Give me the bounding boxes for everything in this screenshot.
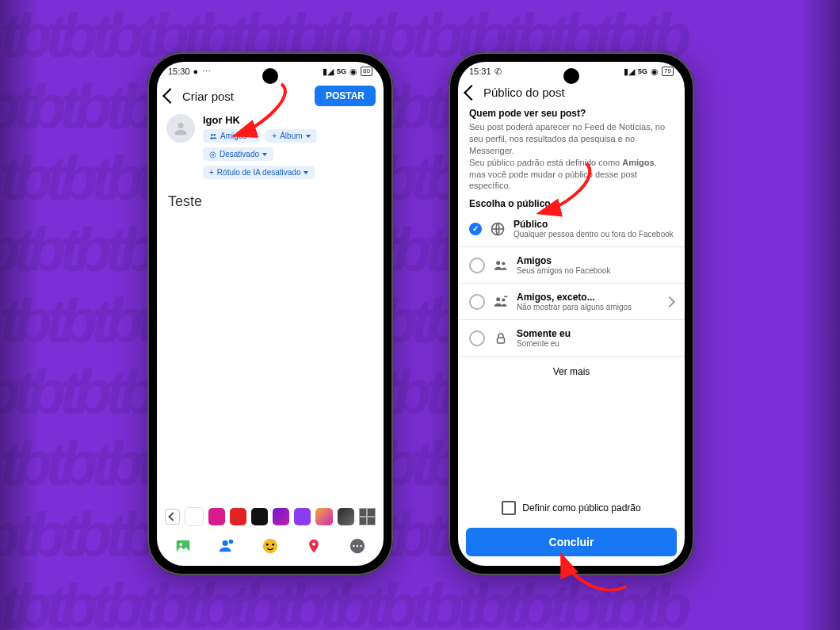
instagram-chip-label: Desativado — [220, 150, 259, 158]
color-swatch-white[interactable] — [185, 507, 203, 526]
lock-icon — [493, 330, 509, 346]
friends-except-icon — [493, 294, 509, 310]
explain-line-2: Seu público padrão está definido como Am… — [469, 157, 674, 193]
back-icon[interactable] — [162, 88, 178, 104]
collapse-picker-button[interactable] — [165, 509, 180, 525]
tag-people-icon[interactable] — [218, 537, 235, 555]
screen-left: 15:30 ● ⋯ ▮◢ 5G ◉ 80 Criar post POSTAR — [157, 62, 384, 566]
more-colors-button[interactable] — [359, 508, 376, 525]
color-swatch-magenta[interactable] — [208, 508, 225, 525]
audience-chip-label: Amigos — [220, 132, 246, 140]
wifi-icon: ◉ — [349, 67, 357, 77]
option-only-me[interactable]: Somente eu Somente eu — [458, 320, 685, 357]
screen-right: 15:31 ✆ ▮◢ 5G ◉ 79 Público do post Quem … — [458, 62, 685, 566]
friends-icon — [493, 258, 509, 273]
tutorial-screenshot: tbtbtbtbtbtbtbtbtbtbtbtbtbtbtb tbtbtbtbt… — [0, 0, 840, 630]
svg-point-19 — [502, 298, 505, 301]
battery: 79 — [662, 67, 674, 76]
status-bar: 15:30 ● ⋯ ▮◢ 5G ◉ 80 — [157, 62, 384, 81]
set-default-checkbox-row[interactable]: Definir como público padrão — [458, 493, 685, 523]
status-time: 15:31 — [469, 67, 491, 76]
radio[interactable] — [469, 258, 485, 273]
option-subtitle: Somente eu — [517, 339, 571, 348]
ai-label-chip-label: Rótulo de IA desativado — [217, 168, 301, 177]
see-more-link[interactable]: Ver mais — [458, 357, 685, 387]
post-button[interactable]: POSTAR — [315, 86, 376, 106]
option-subtitle: Seus amigos no Facebook — [517, 266, 610, 275]
chevron-down-icon — [306, 135, 311, 138]
header-title: Criar post — [182, 90, 234, 103]
choose-audience-label: Escolha o público — [458, 198, 685, 209]
network-label: 5G — [638, 67, 647, 75]
composer: Igor HK Amigos + Álbum — [157, 111, 384, 184]
checkbox-empty[interactable] — [502, 501, 516, 515]
vignette-right — [800, 0, 840, 630]
svg-point-18 — [496, 297, 500, 301]
option-title: Público — [514, 219, 674, 230]
option-friends-except[interactable]: Amigos, exceto... Não mostrar para algun… — [458, 284, 685, 320]
option-public[interactable]: Público Qualquer pessoa dentro ou fora d… — [458, 211, 685, 247]
svg-point-7 — [263, 539, 277, 553]
back-icon[interactable] — [464, 85, 479, 101]
radio[interactable] — [469, 294, 485, 310]
done-button[interactable]: Concluir — [466, 528, 677, 556]
composer-action-bar — [157, 531, 384, 566]
avatar[interactable] — [166, 114, 195, 143]
ai-label-chip[interactable]: + Rótulo de IA desativado — [203, 166, 315, 179]
svg-point-12 — [353, 545, 354, 547]
phone-right: 15:31 ✆ ▮◢ 5G ◉ 79 Público do post Quem … — [449, 52, 694, 575]
explain-line-1: Seu post poderá aparecer no Feed de Notí… — [469, 121, 674, 157]
color-swatch-dark-metal[interactable] — [338, 508, 354, 525]
instagram-toggle-chip[interactable]: ◎ Desativado — [203, 147, 273, 161]
chevron-right-icon — [664, 296, 675, 307]
svg-point-14 — [360, 545, 361, 547]
chevron-down-icon — [304, 171, 308, 174]
svg-rect-21 — [498, 338, 505, 343]
vignette-left — [0, 0, 40, 630]
radio[interactable] — [469, 330, 485, 346]
status-bar: 15:31 ✆ ▮◢ 5G ◉ 79 — [458, 62, 685, 81]
background-color-picker — [157, 502, 384, 531]
who-can-see-title: Quem pode ver seu post? — [469, 107, 674, 120]
option-friends[interactable]: Amigos Seus amigos no Facebook — [458, 247, 685, 284]
status-time: 15:30 — [168, 67, 190, 76]
color-swatch-orange-gradient[interactable] — [315, 508, 332, 525]
post-text-input[interactable]: Teste — [157, 184, 384, 220]
svg-point-1 — [211, 134, 213, 136]
chevron-down-icon — [250, 135, 254, 138]
svg-point-13 — [356, 545, 357, 547]
svg-point-0 — [178, 123, 183, 128]
svg-point-4 — [180, 543, 183, 546]
color-swatch-purple[interactable] — [294, 508, 311, 525]
signal-icon: ▮◢ — [624, 67, 635, 77]
svg-point-17 — [502, 262, 505, 265]
radio-checked[interactable] — [469, 223, 482, 235]
person-icon — [172, 120, 189, 137]
plus-icon: + — [272, 132, 277, 140]
color-swatch-black[interactable] — [251, 508, 268, 525]
more-options-icon[interactable] — [349, 537, 366, 555]
header-title: Público do post — [483, 86, 565, 99]
option-title: Somente eu — [517, 328, 571, 339]
globe-icon — [490, 221, 506, 237]
friends-icon — [209, 132, 217, 140]
color-swatch-purple-gradient[interactable] — [273, 508, 289, 525]
svg-point-5 — [223, 540, 228, 546]
svg-point-9 — [272, 544, 274, 546]
option-title: Amigos, exceto... — [517, 292, 632, 303]
location-icon[interactable] — [305, 537, 323, 555]
whatsapp-icon: ✆ — [494, 67, 502, 77]
watermark: tbtbtbtbtbtbtbtbtbtbtbtbtbtbtb tbtbtbtbt… — [0, 0, 840, 630]
svg-point-10 — [312, 543, 315, 546]
option-subtitle: Qualquer pessoa dentro ou fora do Facebo… — [514, 230, 674, 239]
audience-chip[interactable]: Amigos — [203, 129, 261, 143]
wifi-icon: ◉ — [651, 67, 659, 77]
chevron-left-icon — [168, 512, 177, 521]
color-swatch-red[interactable] — [230, 508, 246, 525]
svg-point-6 — [229, 540, 234, 544]
album-chip[interactable]: + Álbum — [265, 129, 316, 143]
photo-icon[interactable] — [174, 537, 192, 555]
chevron-down-icon — [262, 153, 267, 156]
feeling-icon[interactable] — [262, 537, 279, 555]
instagram-icon: ◎ — [209, 150, 216, 158]
